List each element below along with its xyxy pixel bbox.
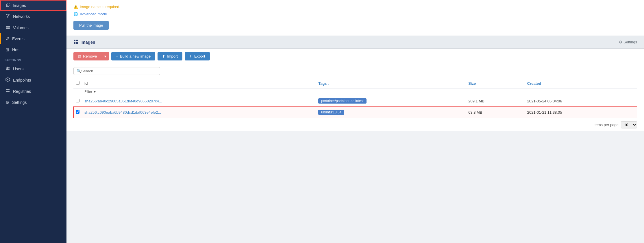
users-icon <box>5 66 10 71</box>
row-size: 209.1 MB <box>466 95 525 107</box>
col-id[interactable]: Id <box>82 78 316 89</box>
sidebar-item-volumes[interactable]: Volumes <box>0 22 66 33</box>
col-size[interactable]: Size <box>466 78 525 89</box>
image-id-link[interactable]: sha256:c090eaba6b9480dcd1daf063e4efe2... <box>84 110 161 115</box>
sort-icon: ↕ <box>328 81 330 86</box>
svg-rect-15 <box>74 40 75 41</box>
svg-point-8 <box>7 67 8 68</box>
images-table-wrap: Id Tags ↕ Size Created <box>66 78 644 118</box>
remove-dropdown-button[interactable]: ▼ <box>101 52 109 60</box>
advanced-mode-link[interactable]: 🌐 Advanced mode <box>73 12 637 16</box>
search-icon: 🔍 <box>77 69 81 73</box>
sidebar-item-label: Endpoints <box>13 78 31 82</box>
tag-badge[interactable]: portainer/portainer-ce:latest <box>318 98 367 104</box>
build-new-image-button[interactable]: + Build a new image <box>111 52 155 60</box>
table-body: sha256:ab40c29005a351d6f40d90650207c4...… <box>73 95 637 118</box>
sidebar: 🖼 Images Networks Volumes ↺ Events ⊞ Hos… <box>0 0 66 243</box>
row-id: sha256:c090eaba6b9480dcd1daf063e4efe2... <box>82 107 316 118</box>
sidebar-item-settings[interactable]: ⚙ Settings <box>0 97 66 108</box>
images-icon: 🖼 <box>5 3 10 8</box>
registries-icon <box>5 89 10 94</box>
table-header-row: Id Tags ↕ Size Created <box>73 78 637 89</box>
sidebar-item-label: Images <box>13 3 26 8</box>
row-created: 2021-01-21 11:38:05 <box>525 107 637 118</box>
table-row: sha256:ab40c29005a351d6f40d90650207c4...… <box>73 95 637 107</box>
svg-line-5 <box>8 15 9 17</box>
image-id-link[interactable]: sha256:ab40c29005a351d6f40d90650207c4... <box>84 99 162 103</box>
svg-point-13 <box>9 89 10 90</box>
section-settings-link[interactable]: ⚙ Settings <box>619 40 637 44</box>
globe-icon: 🌐 <box>73 12 78 16</box>
row-tags: ubuntu:18.04 <box>316 107 466 118</box>
svg-point-10 <box>7 79 8 80</box>
svg-rect-6 <box>6 26 10 27</box>
row-id: sha256:ab40c29005a351d6f40d90650207c4... <box>82 95 316 107</box>
warning-message: ⚠️ Image name is required. <box>73 5 637 9</box>
sidebar-item-events[interactable]: ↺ Events <box>0 33 66 44</box>
sidebar-item-label: Settings <box>12 100 27 105</box>
filter-row: Filter ▼ <box>73 89 637 95</box>
table-row: sha256:c090eaba6b9480dcd1daf063e4efe2...… <box>73 107 637 118</box>
sidebar-item-endpoints[interactable]: Endpoints <box>0 74 66 86</box>
filter-icon: ▼ <box>93 90 97 94</box>
volumes-icon <box>5 25 10 30</box>
host-icon: ⊞ <box>5 47 9 52</box>
sidebar-item-label: Events <box>12 36 25 41</box>
select-all-checkbox[interactable] <box>76 81 79 85</box>
svg-point-14 <box>9 91 10 92</box>
sidebar-item-label: Users <box>13 67 24 71</box>
networks-icon <box>5 14 10 19</box>
pull-image-panel: ⚠️ Image name is required. 🌐 Advanced mo… <box>66 0 644 36</box>
images-title: Images <box>73 39 95 45</box>
search-bar: 🔍 <box>66 64 644 78</box>
tag-badge[interactable]: ubuntu:18.04 <box>318 110 344 115</box>
svg-rect-16 <box>76 40 78 41</box>
download-icon: ⬇ <box>189 54 193 58</box>
settings-icon: ⚙ <box>5 100 9 105</box>
row-tags: portainer/portainer-ce:latest <box>316 95 466 107</box>
row-checkbox[interactable] <box>76 99 79 102</box>
select-all-col <box>73 78 82 89</box>
col-created[interactable]: Created <box>525 78 637 89</box>
search-input-wrap[interactable]: 🔍 <box>73 67 160 75</box>
col-tags[interactable]: Tags ↕ <box>316 78 466 89</box>
sidebar-item-networks[interactable]: Networks <box>0 11 66 22</box>
images-title-icon <box>73 39 78 45</box>
remove-button[interactable]: 🗑 Remove <box>73 52 101 60</box>
pagination-bar: Items per page 10 25 50 100 <box>66 118 644 131</box>
upload-icon: ⬆ <box>162 54 165 58</box>
row-checkbox-cell <box>73 95 82 107</box>
svg-line-4 <box>7 15 8 17</box>
export-button[interactable]: ⬇ Export <box>185 52 210 60</box>
toolbar: 🗑 Remove ▼ + Build a new image ⬆ Import … <box>66 49 644 64</box>
remove-button-group: 🗑 Remove ▼ <box>73 52 109 60</box>
trash-icon: 🗑 <box>77 54 81 58</box>
svg-rect-18 <box>76 42 78 44</box>
row-created: 2021-05-24 05:04:06 <box>525 95 637 107</box>
pull-image-button[interactable]: Pull the image <box>73 21 109 30</box>
sidebar-item-label: Volumes <box>13 25 29 30</box>
images-table: Id Tags ↕ Size Created <box>73 78 637 118</box>
plus-icon: + <box>116 54 118 58</box>
items-per-page-label: Items per page <box>593 123 619 127</box>
sidebar-item-images[interactable]: 🖼 Images <box>0 0 66 11</box>
sidebar-item-users[interactable]: Users <box>0 63 66 74</box>
warning-icon: ⚠️ <box>73 5 78 9</box>
svg-point-9 <box>8 67 10 68</box>
import-button[interactable]: ⬆ Import <box>158 52 182 60</box>
sidebar-item-registries[interactable]: Registries <box>0 86 66 97</box>
search-input[interactable] <box>81 69 157 73</box>
images-section: Images ⚙ Settings 🗑 Remove ▼ + Build a n… <box>66 36 644 131</box>
sidebar-item-label: Host <box>12 47 21 52</box>
sidebar-item-label: Networks <box>13 14 30 19</box>
main-content: ⚠️ Image name is required. 🌐 Advanced mo… <box>66 0 644 243</box>
row-checkbox[interactable] <box>76 110 79 114</box>
items-per-page-select[interactable]: 10 25 50 100 <box>621 121 637 128</box>
section-gear-icon: ⚙ <box>619 40 622 44</box>
endpoints-icon <box>5 77 10 83</box>
sidebar-item-host[interactable]: ⊞ Host <box>0 44 66 55</box>
events-icon: ↺ <box>5 36 9 41</box>
svg-rect-17 <box>74 42 75 44</box>
svg-rect-7 <box>6 27 10 29</box>
settings-section-label: SETTINGS <box>0 55 66 63</box>
